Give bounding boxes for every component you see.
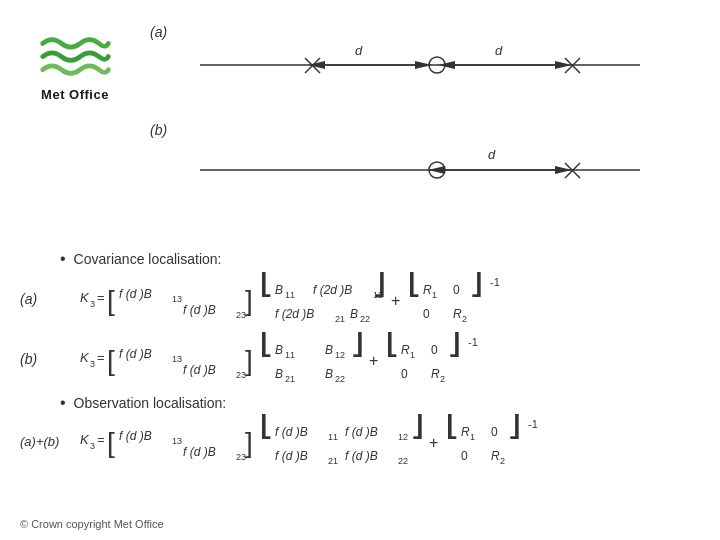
svg-text:-1: -1 — [490, 276, 500, 288]
svg-text:-1: -1 — [528, 418, 538, 430]
svg-text:0: 0 — [423, 307, 430, 321]
svg-text:]: ] — [245, 345, 253, 376]
svg-text:f (d )B: f (d )B — [275, 425, 308, 439]
formula-row-ab: (a)+(b) K 3 = [ f (d )B 13 f (d )B 23 ] … — [20, 414, 655, 468]
svg-text:1: 1 — [410, 350, 415, 360]
svg-text:[: [ — [107, 285, 115, 316]
svg-text:f (d )B: f (d )B — [345, 449, 378, 463]
svg-text:11: 11 — [285, 290, 295, 300]
svg-marker-18 — [428, 166, 445, 174]
svg-text:0: 0 — [453, 283, 460, 297]
met-office-logo-icon — [38, 30, 113, 85]
svg-text:0: 0 — [401, 367, 408, 381]
svg-text:B: B — [325, 367, 333, 381]
svg-text:f (d )B: f (d )B — [183, 445, 216, 459]
svg-text:K: K — [80, 432, 90, 447]
svg-text:f (d )B: f (d )B — [183, 303, 216, 317]
svg-text:R: R — [431, 367, 440, 381]
covariance-bullet-row: • Covariance localisation: — [60, 250, 221, 274]
svg-text:]: ] — [353, 332, 365, 357]
svg-text:0: 0 — [491, 425, 498, 439]
svg-text:B: B — [275, 343, 283, 357]
svg-text:f (d )B: f (d )B — [119, 347, 152, 361]
svg-text:13: 13 — [172, 294, 182, 304]
formula-row-a: (a) K 3 = [ f (d )B 13 f (d )B 23 ] [ B … — [20, 272, 635, 326]
formula-b-svg: K 3 = [ f (d )B 13 f (d )B 23 ] [ B 11 B… — [75, 332, 635, 386]
svg-text:f (d )B: f (d )B — [119, 429, 152, 443]
svg-text:13: 13 — [172, 436, 182, 446]
svg-text:]: ] — [375, 272, 387, 297]
svg-text:+: + — [429, 434, 438, 451]
svg-text:2: 2 — [500, 456, 505, 466]
svg-text:13: 13 — [172, 354, 182, 364]
svg-text:[: [ — [445, 414, 457, 439]
logo: Met Office — [20, 18, 130, 113]
svg-text:]: ] — [245, 427, 253, 458]
svg-text:B: B — [275, 367, 283, 381]
svg-text:R: R — [491, 449, 500, 463]
svg-text:0: 0 — [461, 449, 468, 463]
svg-text:]: ] — [450, 332, 462, 357]
svg-text:[: [ — [259, 414, 271, 439]
svg-text:[: [ — [107, 345, 115, 376]
svg-text:11: 11 — [285, 350, 295, 360]
formula-row-b: (b) K 3 = [ f (d )B 13 f (d )B 23 ] [ B … — [20, 332, 635, 386]
svg-text:(a): (a) — [150, 24, 167, 40]
svg-text:=: = — [97, 290, 105, 305]
svg-text:B: B — [275, 283, 283, 297]
svg-text:[: [ — [407, 272, 419, 297]
svg-text:f (d )B: f (d )B — [275, 449, 308, 463]
svg-text:21: 21 — [328, 456, 338, 466]
svg-text:f (d )B: f (d )B — [183, 363, 216, 377]
bullet-icon-observation: • — [60, 394, 66, 412]
svg-text:R: R — [453, 307, 462, 321]
svg-text:12: 12 — [398, 432, 408, 442]
svg-text:11: 11 — [328, 432, 338, 442]
svg-text:R: R — [461, 425, 470, 439]
svg-text:12: 12 — [335, 350, 345, 360]
svg-text:f (2d )B: f (2d )B — [275, 307, 314, 321]
svg-text:21: 21 — [335, 314, 345, 324]
svg-text:-1: -1 — [468, 336, 478, 348]
svg-text:d: d — [495, 43, 503, 58]
svg-text:K: K — [80, 350, 90, 365]
svg-text:3: 3 — [90, 359, 95, 369]
row-a-label: (a) — [20, 291, 75, 307]
svg-text:22: 22 — [360, 314, 370, 324]
svg-text:[: [ — [259, 272, 271, 297]
svg-text:1: 1 — [432, 290, 437, 300]
observation-label: Observation localisation: — [74, 395, 227, 411]
svg-text:d: d — [355, 43, 363, 58]
svg-text:]: ] — [472, 272, 484, 297]
svg-text:[: [ — [385, 332, 397, 357]
covariance-label: Covariance localisation: — [74, 251, 222, 267]
svg-text:R: R — [423, 283, 432, 297]
logo-label: Met Office — [41, 87, 109, 102]
row-b-label: (b) — [20, 351, 75, 367]
svg-text:1: 1 — [470, 432, 475, 442]
svg-text:3: 3 — [90, 441, 95, 451]
svg-text:[: [ — [259, 332, 271, 357]
svg-text:f (d )B: f (d )B — [345, 425, 378, 439]
diagram-svg: (a) d d (b) d — [140, 10, 700, 250]
formula-ab-svg: K 3 = [ f (d )B 13 f (d )B 23 ] [ f (d )… — [75, 414, 655, 468]
svg-text:[: [ — [107, 427, 115, 458]
svg-text:2: 2 — [440, 374, 445, 384]
svg-text:f (d )B: f (d )B — [119, 287, 152, 301]
svg-text:K: K — [80, 290, 90, 305]
svg-text:(b): (b) — [150, 122, 167, 138]
svg-text:B: B — [350, 307, 358, 321]
svg-text:=: = — [97, 350, 105, 365]
svg-text:=: = — [97, 432, 105, 447]
svg-text:3: 3 — [90, 299, 95, 309]
svg-text:2: 2 — [462, 314, 467, 324]
svg-text:22: 22 — [335, 374, 345, 384]
row-ab-label: (a)+(b) — [20, 434, 75, 449]
svg-text:f (2d )B: f (2d )B — [313, 283, 352, 297]
diagram-area: (a) d d (b) d — [140, 10, 700, 250]
svg-text:R: R — [401, 343, 410, 357]
formula-a-svg: K 3 = [ f (d )B 13 f (d )B 23 ] [ B 11 f… — [75, 272, 635, 326]
svg-text:B: B — [325, 343, 333, 357]
svg-text:]: ] — [413, 414, 425, 439]
svg-text:+: + — [391, 292, 400, 309]
